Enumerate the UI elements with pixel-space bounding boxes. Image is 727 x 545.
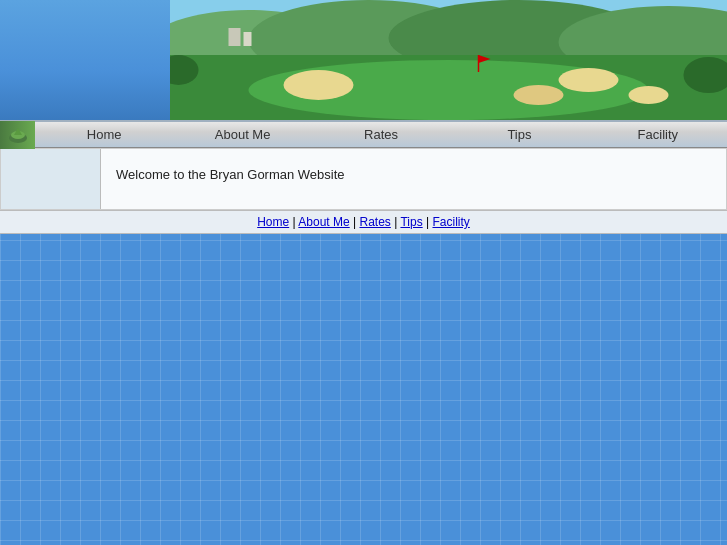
lower-area <box>0 234 727 434</box>
footer-link-rates[interactable]: Rates <box>360 215 391 229</box>
main-content: Welcome to the Bryan Gorman Website <box>0 148 727 210</box>
svg-rect-6 <box>244 32 252 46</box>
header-left-panel <box>0 0 170 120</box>
footer-link-home[interactable]: Home <box>257 215 289 229</box>
nav-tips[interactable]: Tips <box>450 123 588 146</box>
welcome-text: Welcome to the Bryan Gorman Website <box>116 159 711 190</box>
svg-point-9 <box>284 70 354 100</box>
nav-rates[interactable]: Rates <box>312 123 450 146</box>
svg-point-12 <box>629 86 669 104</box>
nav-facility[interactable]: Facility <box>589 123 727 146</box>
content-column: Welcome to the Bryan Gorman Website <box>101 149 726 209</box>
nav-about-me[interactable]: About Me <box>173 123 311 146</box>
nav-home[interactable]: Home <box>35 123 173 146</box>
header <box>0 0 727 120</box>
footer-link-tips[interactable]: Tips <box>400 215 422 229</box>
app-wrapper: Home About Me Rates Tips Facility Welcom… <box>0 0 727 434</box>
nav-items: Home About Me Rates Tips Facility <box>35 123 727 146</box>
sidebar-column <box>1 149 101 209</box>
navbar: Home About Me Rates Tips Facility <box>0 120 727 148</box>
header-banner <box>170 0 727 120</box>
footer-link-facility[interactable]: Facility <box>432 215 469 229</box>
svg-point-10 <box>559 68 619 92</box>
footer-link-about-me[interactable]: About Me <box>298 215 349 229</box>
footer-nav: Home | About Me | Rates | Tips | Facilit… <box>0 210 727 234</box>
svg-rect-5 <box>229 28 241 46</box>
nav-logo-icon <box>0 121 35 149</box>
svg-point-11 <box>514 85 564 105</box>
